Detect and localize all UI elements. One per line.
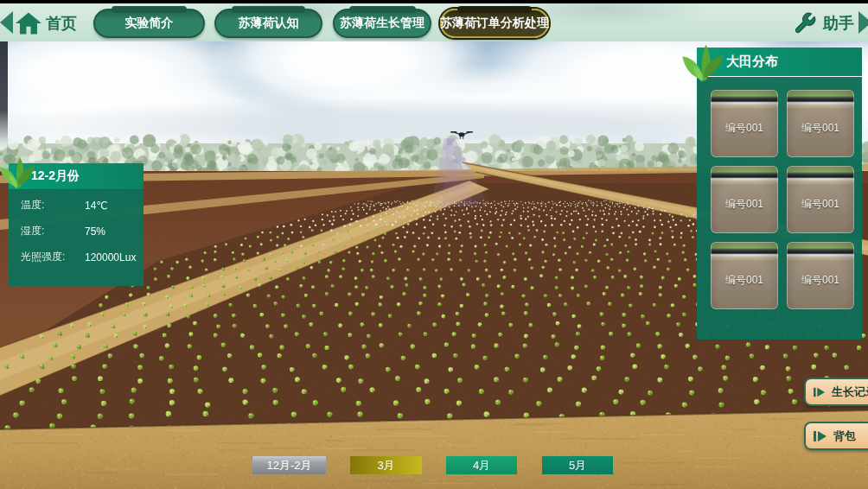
home-button[interactable]: 首页 — [16, 8, 77, 39]
nav-tab-mint-growth-management[interactable]: 苏薄荷生长管理 — [333, 9, 431, 38]
field-panel-body: 编号001 编号001 编号001 编号001 编号001 编号001 — [697, 77, 862, 340]
plot-thumbnail[interactable]: 编号001 — [711, 242, 778, 309]
timeline-button-april[interactable]: 4月 — [446, 456, 517, 474]
plot-thumbnail[interactable]: 编号001 — [711, 90, 778, 157]
humidity-value: 75% — [85, 225, 105, 238]
timeline-button-march[interactable]: 3月 — [350, 456, 422, 474]
nav-tab-mint-order-analysis[interactable]: 苏薄荷订单分析处理 — [440, 9, 549, 38]
humidity-row: 湿度: 75% — [21, 224, 144, 238]
backpack-button[interactable]: 背包 — [804, 422, 868, 450]
left-edge-chevron-icon — [0, 11, 13, 34]
play-arrow-icon — [814, 430, 827, 442]
plot-thumbnail[interactable]: 编号001 — [787, 90, 854, 157]
light-intensity-row: 光照强度: 120000Lux — [21, 250, 144, 264]
right-edge-chevron-icon — [858, 11, 868, 34]
mint-leaf-icon — [680, 41, 726, 86]
home-label: 首页 — [46, 13, 77, 34]
assistant-button[interactable]: 助手 — [793, 9, 854, 38]
nav-tab-mint-cognition[interactable]: 苏薄荷认知 — [214, 9, 322, 38]
temperature-label: 温度: — [21, 198, 85, 213]
timeline-button-may[interactable]: 5月 — [542, 456, 613, 474]
mint-leaf-icon — [0, 152, 37, 192]
plot-grid: 编号001 编号001 编号001 编号001 编号001 编号001 — [711, 90, 854, 309]
temperature-value: 14℃ — [85, 200, 108, 212]
plot-label: 编号001 — [788, 273, 853, 288]
weather-panel-body: 温度: 14℃ 湿度: 75% 光照强度: 120000Lux — [9, 190, 144, 286]
top-border-strip — [0, 0, 868, 3]
wrench-icon — [793, 11, 817, 35]
play-arrow-icon — [814, 386, 825, 398]
field-distribution-panel: 大田分布 编号001 编号001 编号001 编号001 编号001 编号001 — [697, 48, 862, 340]
app-window: 首页 实验简介 苏薄荷认知 苏薄荷生长管理 苏薄荷订单分析处理 助手 — [0, 0, 868, 489]
light-intensity-value: 120000Lux — [85, 251, 136, 264]
timeline-button-dec-feb[interactable]: 12月-2月 — [252, 456, 326, 474]
weather-info-panel: 12-2月份 温度: 14℃ 湿度: 75% 光照强度: 120000Lux — [9, 163, 144, 286]
plot-label: 编号001 — [712, 197, 777, 212]
nav-tab-experiment-intro[interactable]: 实验简介 — [93, 9, 205, 38]
humidity-label: 湿度: — [21, 224, 85, 238]
growth-record-label: 生长记录 — [832, 384, 868, 400]
plot-label: 编号001 — [712, 121, 777, 136]
plot-thumbnail[interactable]: 编号001 — [787, 166, 854, 233]
scene-edge-shadow — [0, 41, 8, 147]
backpack-label: 背包 — [833, 429, 856, 444]
plot-thumbnail[interactable]: 编号001 — [787, 242, 854, 309]
assistant-label: 助手 — [823, 13, 854, 34]
light-intensity-label: 光照强度: — [21, 250, 85, 264]
temperature-row: 温度: 14℃ — [21, 198, 144, 213]
plot-label: 编号001 — [788, 121, 853, 136]
scene-3d-view[interactable]: 12-2月份 温度: 14℃ 湿度: 75% 光照强度: 120000Lux — [0, 41, 868, 489]
plot-thumbnail[interactable]: 编号001 — [711, 166, 778, 233]
plot-label: 编号001 — [712, 273, 777, 288]
drone-icon — [450, 129, 473, 140]
growth-record-button[interactable]: 生长记录 — [804, 378, 868, 406]
top-nav-bar: 首页 实验简介 苏薄荷认知 苏薄荷生长管理 苏薄荷订单分析处理 助手 — [0, 3, 868, 41]
home-icon — [16, 12, 41, 35]
plot-label: 编号001 — [788, 197, 853, 212]
